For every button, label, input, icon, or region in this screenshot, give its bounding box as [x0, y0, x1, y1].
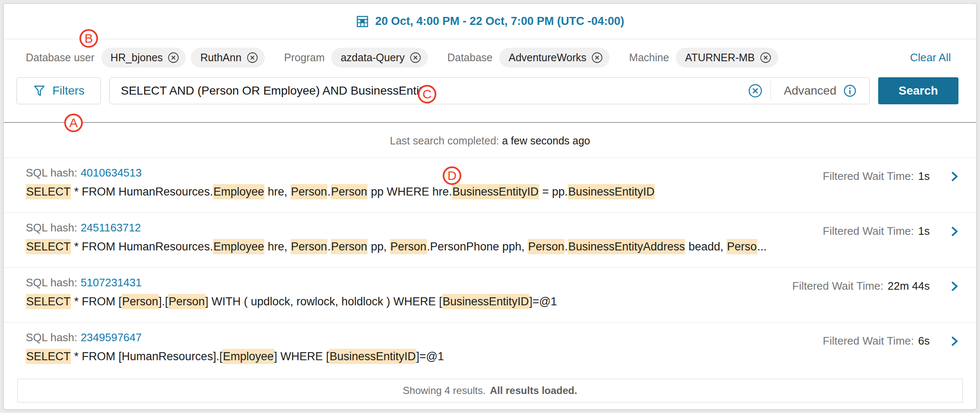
search-panel: 20 Oct, 4:00 PM - 22 Oct, 7:00 PM (UTC -… [3, 3, 977, 410]
clear-search-icon[interactable] [748, 83, 763, 98]
wait-time-block: Filtered Wait Time:1s [823, 225, 961, 238]
sql-plain-text: . [327, 240, 331, 253]
chip-remove-icon[interactable] [591, 52, 603, 63]
sql-hash-line: SQL hash:5107231431 [26, 276, 557, 289]
wait-time-label: Filtered Wait Time: [823, 170, 914, 183]
sql-plain-text: ].[ [159, 295, 169, 308]
footer-count: Showing 4 results. [403, 385, 486, 397]
sql-hash-link[interactable]: 2349597647 [81, 331, 142, 344]
clear-all-link[interactable]: Clear All [910, 51, 951, 64]
sql-highlighted-term: BusinessEntityID [568, 184, 655, 199]
results-list: SQL hash:4010634513SELECT * FROM HumanRe… [4, 158, 976, 377]
filter-chip-label: HR_bjones [111, 52, 163, 64]
sql-highlighted-term: Person [528, 239, 565, 254]
result-summary: SQL hash:2349597647SELECT * FROM [HumanR… [26, 331, 444, 363]
sql-hash-link[interactable]: 4010634513 [81, 166, 142, 179]
chip-remove-icon[interactable] [410, 52, 421, 63]
sql-text: SELECT * FROM HumanResources.Employee hr… [26, 185, 655, 198]
results-footer: Showing 4 results. All results loaded. [17, 379, 963, 402]
wait-time-value: 6s [918, 334, 930, 348]
sql-plain-text: hre, [264, 185, 291, 198]
sql-highlighted-term: Person [390, 239, 427, 254]
filter-chip-label: RuthAnn [200, 52, 241, 64]
sql-highlighted-term: Perso [727, 239, 757, 254]
filter-bar-groups: Database userHR_bjonesRuthAnnProgramazda… [26, 48, 798, 68]
sql-highlighted-term: Person [122, 294, 159, 309]
sql-highlighted-term: Employee [213, 184, 264, 199]
sql-plain-text: ... [757, 240, 767, 253]
sql-highlighted-term: Person [168, 294, 205, 309]
advanced-toggle[interactable]: Advanced [771, 84, 869, 98]
sql-highlighted-term: Person [291, 239, 328, 254]
sql-hash-label: SQL hash: [26, 166, 77, 179]
sql-highlighted-term: BusinessEntityID [442, 294, 529, 309]
filter-chip[interactable]: HR_bjones [101, 48, 186, 68]
sql-plain-text: .PersonPhone pph, [427, 240, 528, 253]
result-row[interactable]: SQL hash:2349597647SELECT * FROM [HumanR… [4, 322, 976, 377]
calendar-icon[interactable] [356, 15, 369, 28]
filter-chip-label: azdata-Query [340, 52, 404, 64]
chip-remove-icon[interactable] [247, 52, 258, 63]
filters-button[interactable]: Filters [16, 77, 101, 104]
sql-highlighted-term: SELECT [26, 239, 71, 254]
status-label: Last search completed: [390, 135, 499, 147]
date-range-bar: 20 Oct, 4:00 PM - 22 Oct, 7:00 PM (UTC -… [4, 4, 976, 39]
expand-chevron-icon[interactable] [948, 335, 961, 348]
filter-chip-label: AdventureWorks [509, 52, 586, 64]
expand-chevron-icon[interactable] [948, 170, 961, 183]
sql-highlighted-term: SELECT [26, 294, 71, 309]
funnel-icon [33, 84, 46, 97]
sql-plain-text: * FROM [ [71, 295, 122, 308]
sql-highlighted-term: BusinessEntityID [452, 184, 539, 199]
date-range-text[interactable]: 20 Oct, 4:00 PM - 22 Oct, 7:00 PM (UTC -… [375, 15, 624, 28]
filter-group: DatabaseAdventureWorks [447, 48, 615, 68]
result-row[interactable]: SQL hash:4010634513SELECT * FROM HumanRe… [4, 158, 976, 212]
expand-chevron-icon[interactable] [948, 280, 961, 293]
search-box: Advanced [109, 77, 870, 104]
sql-highlighted-term: BusinessEntityAddress [568, 239, 685, 254]
search-button[interactable]: Search [878, 77, 958, 104]
filter-chip[interactable]: AdventureWorks [499, 48, 610, 68]
sql-plain-text: ] WHERE [ [274, 350, 329, 363]
sql-highlighted-term: BusinessEntityID [329, 349, 416, 364]
sql-plain-text: beadd, [685, 240, 727, 253]
sql-hash-label: SQL hash: [26, 276, 77, 289]
annotation-c: C [418, 85, 436, 103]
filter-chip-label: ATURNER-MB [685, 52, 755, 64]
result-row[interactable]: SQL hash:5107231431SELECT * FROM [Person… [4, 267, 976, 322]
sql-text: SELECT * FROM [HumanResources].[Employee… [26, 350, 444, 363]
wait-time-value: 1s [918, 225, 930, 238]
status-line: Last search completed: a few seconds ago [4, 123, 976, 158]
footer-loaded: All results loaded. [490, 385, 577, 397]
filter-group-label: Program [284, 52, 325, 64]
sql-hash-label: SQL hash: [26, 331, 77, 344]
filter-chip[interactable]: azdata-Query [331, 48, 427, 68]
sql-plain-text: ] WITH ( updlock, rowlock, holdlock ) WH… [205, 295, 442, 308]
filter-group: Database userHR_bjonesRuthAnn [26, 48, 270, 68]
result-summary: SQL hash:5107231431SELECT * FROM [Person… [26, 276, 557, 308]
sql-plain-text: * FROM HumanResources. [71, 185, 213, 198]
sql-hash-label: SQL hash: [26, 221, 77, 234]
wait-time-block: Filtered Wait Time:6s [823, 334, 961, 348]
sql-hash-line: SQL hash:2451163712 [26, 221, 767, 234]
sql-highlighted-term: Person [331, 239, 368, 254]
sql-text: SELECT * FROM HumanResources.Employee hr… [26, 240, 767, 253]
wait-time-label: Filtered Wait Time: [823, 225, 914, 238]
sql-plain-text: pp, [368, 240, 390, 253]
sql-hash-link[interactable]: 2451163712 [81, 221, 141, 234]
filter-group: Programazdata-Query [284, 48, 433, 68]
filter-chip[interactable]: ATURNER-MB [676, 48, 778, 68]
chip-remove-icon[interactable] [760, 52, 771, 63]
filter-chip[interactable]: RuthAnn [191, 48, 264, 68]
expand-chevron-icon[interactable] [948, 225, 961, 238]
info-icon[interactable] [843, 84, 857, 98]
chip-remove-icon[interactable] [168, 52, 179, 63]
wait-time-block: Filtered Wait Time:22m 44s [792, 280, 961, 293]
wait-time-value: 22m 44s [887, 280, 930, 293]
sql-plain-text: hre, [264, 240, 291, 253]
sql-plain-text: ]=@1 [529, 295, 557, 308]
advanced-label: Advanced [784, 84, 836, 98]
sql-highlighted-term: Employee [223, 349, 274, 364]
sql-hash-link[interactable]: 5107231431 [81, 276, 142, 289]
result-row[interactable]: SQL hash:2451163712SELECT * FROM HumanRe… [4, 212, 976, 267]
